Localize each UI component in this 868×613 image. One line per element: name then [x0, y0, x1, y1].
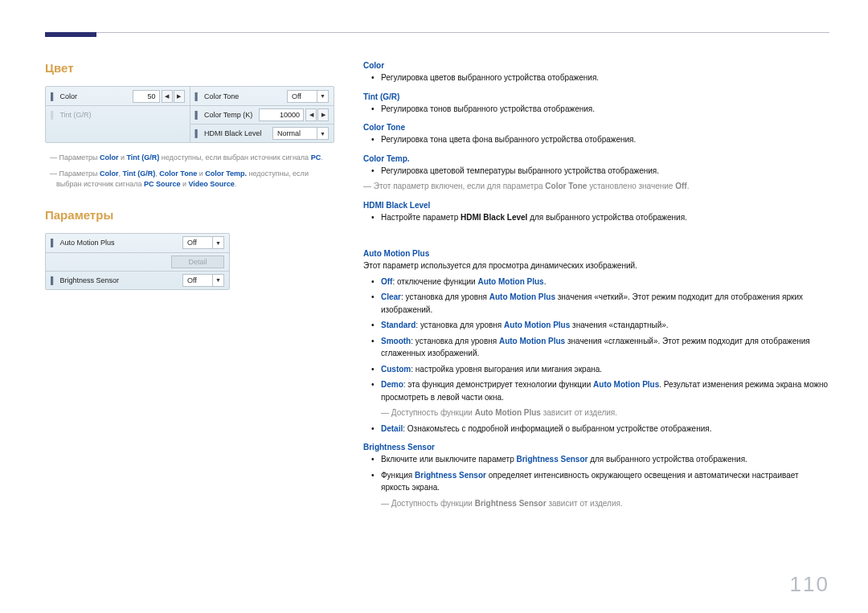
row-marker-icon: ▌ — [51, 92, 55, 100]
text-amp-intro: Этот параметр используется для просмотра… — [363, 260, 829, 272]
value-bs: Off — [187, 276, 197, 284]
setting-row-tint: ▌ Tint (G/R) — [46, 105, 190, 124]
note-bs: ― Доступность функции Brightness Sensor … — [363, 497, 829, 510]
left-column: Цвет ▌ Color 50 ◀ ▶ ▌ Tint (G/R — [45, 61, 334, 513]
chevron-down-icon: ▼ — [317, 128, 328, 139]
spinner-colortemp[interactable]: ◀ ▶ — [305, 108, 329, 121]
label-amp: Auto Motion Plus — [59, 239, 181, 247]
setting-row-detail: Detail — [46, 252, 229, 271]
page-number: 110 — [790, 572, 829, 597]
row-marker-icon: ▌ — [51, 111, 55, 119]
list-item-amp-standard: Standard: установка для уровня Auto Moti… — [363, 319, 829, 332]
panel-color-settings: ▌ Color 50 ◀ ▶ ▌ Tint (G/R) — [45, 86, 334, 143]
text-bs-2: Функция Brightness Sensor определяет инт… — [363, 469, 829, 494]
row-marker-icon: ▌ — [51, 276, 55, 284]
page-header-rule — [45, 32, 829, 34]
label-bs: Brightness Sensor — [59, 276, 181, 284]
setting-row-colortemp: ▌ Color Temp (K) 10000 ◀ ▶ — [190, 105, 334, 124]
setting-row-hdmi: ▌ HDMI Black Level Normal ▼ — [190, 124, 334, 142]
list-item-amp-clear: Clear: установка для уровня Auto Motion … — [363, 291, 829, 316]
section-title-params: Параметры — [45, 208, 334, 222]
row-marker-icon: ▌ — [195, 111, 200, 119]
heading-hdmi: HDMI Black Level — [363, 201, 829, 210]
list-item-amp-custom: Custom: настройка уровня выгорания или м… — [363, 363, 829, 376]
text-hdmi-desc: Настройте параметр HDMI Black Level для … — [363, 211, 829, 224]
note-line-2: ― Параметры Color, Tint (G/R), Color Ton… — [45, 169, 334, 190]
chevron-left-icon[interactable]: ◀ — [162, 90, 173, 103]
chevron-left-icon[interactable]: ◀ — [305, 108, 317, 121]
text-color-desc: Регулировка цветов выбранного устройства… — [363, 72, 829, 84]
label-color: Color — [59, 92, 130, 100]
list-item-amp-demo: Demo: эта функция демонстрирует технолог… — [363, 378, 829, 403]
list-item-amp-off: Off: отключение функции Auto Motion Plus… — [363, 276, 829, 288]
dropdown-hdmi[interactable]: Normal ▼ — [272, 127, 329, 140]
label-hdmi: HDMI Black Level — [204, 129, 271, 137]
notes-color: ― Параметры Color и Tint (G/R) недоступн… — [45, 153, 334, 190]
heading-colortone: Color Tone — [363, 123, 829, 132]
panel-params-settings: ▌ Auto Motion Plus Off ▼ Detail ▌ Bright… — [45, 233, 230, 290]
heading-tint: Tint (G/R) — [363, 92, 829, 101]
row-marker-icon: ▌ — [51, 239, 55, 247]
spinner-color[interactable]: ◀ ▶ — [162, 90, 185, 103]
setting-row-bs: ▌ Brightness Sensor Off ▼ — [46, 271, 229, 289]
text-tint-desc: Регулировка тонов выбранного устройства … — [363, 103, 829, 116]
dropdown-bs[interactable]: Off ▼ — [182, 274, 224, 287]
value-amp: Off — [187, 239, 197, 247]
value-colortone: Off — [292, 92, 301, 100]
label-colortone: Color Tone — [204, 92, 285, 100]
value-hdmi: Normal — [277, 129, 301, 137]
text-bs-1: Включите или выключите параметр Brightne… — [363, 453, 829, 466]
heading-bs: Brightness Sensor — [363, 443, 829, 452]
heading-colortemp: Color Temp. — [363, 154, 829, 163]
list-item-amp-detail: Detail: Ознакомьтесь с подробной информа… — [363, 423, 829, 435]
text-colortemp-desc: Регулировка цветовой температуры выбранн… — [363, 165, 829, 178]
text-colortone-desc: Регулировка тона цвета фона выбранного у… — [363, 133, 829, 146]
value-color[interactable]: 50 — [133, 90, 160, 103]
row-marker-icon: ▌ — [195, 92, 200, 100]
dropdown-colortone[interactable]: Off ▼ — [287, 90, 329, 103]
detail-button: Detail — [171, 255, 224, 268]
setting-row-color: ▌ Color 50 ◀ ▶ — [46, 87, 190, 105]
setting-row-amp: ▌ Auto Motion Plus Off ▼ — [46, 234, 229, 252]
note-colortemp: ― Этот параметр включен, если для параме… — [363, 180, 829, 193]
heading-amp: Auto Motion Plus — [363, 249, 829, 258]
value-colortemp[interactable]: 10000 — [259, 108, 304, 121]
chevron-down-icon: ▼ — [317, 91, 328, 102]
chevron-down-icon: ▼ — [212, 275, 223, 286]
two-column-layout: Цвет ▌ Color 50 ◀ ▶ ▌ Tint (G/R — [45, 61, 829, 513]
setting-row-colortone: ▌ Color Tone Off ▼ — [190, 87, 334, 105]
chevron-right-icon[interactable]: ▶ — [174, 90, 185, 103]
note-line-1: ― Параметры Color и Tint (G/R) недоступн… — [45, 153, 334, 164]
row-marker-icon: ▌ — [195, 129, 200, 137]
note-amp: ― Доступность функции Auto Motion Plus з… — [363, 407, 829, 419]
label-colortemp: Color Temp (K) — [204, 111, 257, 119]
heading-color: Color — [363, 61, 829, 70]
right-column: Color Регулировка цветов выбранного устр… — [363, 61, 829, 513]
label-tint: Tint (G/R) — [59, 111, 184, 119]
section-title-color: Цвет — [45, 61, 334, 75]
list-item-amp-smooth: Smooth: установка для уровня Auto Motion… — [363, 335, 829, 360]
chevron-down-icon: ▼ — [212, 237, 223, 248]
chevron-right-icon[interactable]: ▶ — [317, 108, 329, 121]
dropdown-amp[interactable]: Off ▼ — [182, 236, 224, 249]
